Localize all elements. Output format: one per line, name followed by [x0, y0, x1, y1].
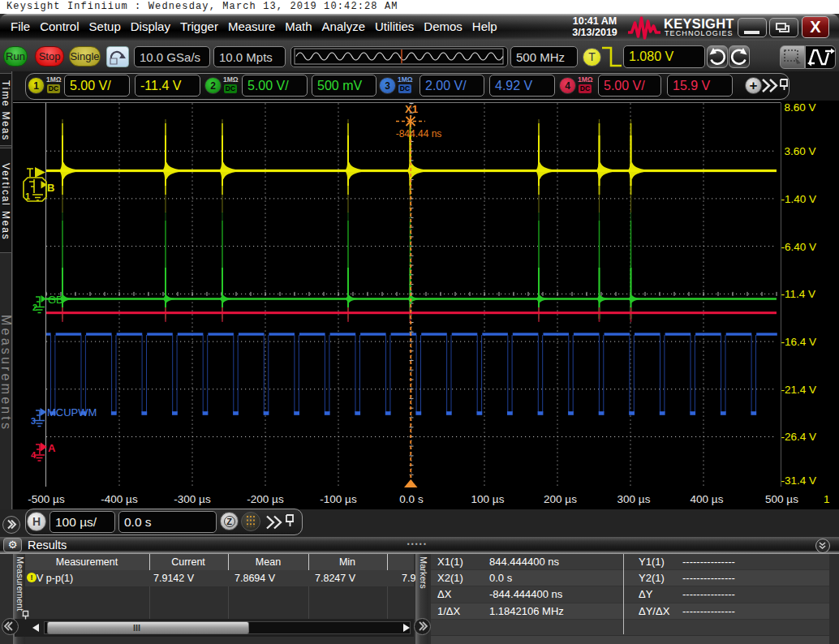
svg-text:MCUPWM: MCUPWM — [47, 406, 97, 419]
svg-text:-16.4 V: -16.4 V — [781, 336, 817, 348]
svg-text:-300 µs: -300 µs — [174, 493, 211, 505]
svg-text:200 µs: 200 µs — [544, 493, 577, 505]
svg-text:-400 µs: -400 µs — [101, 493, 138, 505]
svg-text:400 µs: 400 µs — [691, 493, 724, 505]
svg-text:-21.4 V: -21.4 V — [781, 384, 817, 396]
svg-text:-26.4 V: -26.4 V — [781, 431, 817, 443]
svg-text:300 µs: 300 µs — [617, 493, 651, 505]
svg-text:8.60 V: 8.60 V — [785, 101, 816, 114]
svg-text:500 µs: 500 µs — [765, 493, 798, 505]
svg-text:-31.4 V: -31.4 V — [781, 474, 817, 487]
svg-text:-200 µs: -200 µs — [247, 493, 284, 505]
svg-text:4: 4 — [31, 450, 37, 460]
svg-text:0.0 s: 0.0 s — [399, 493, 424, 505]
svg-text:-844.44 ns: -844.44 ns — [396, 128, 442, 140]
svg-text:-100 µs: -100 µs — [320, 493, 357, 505]
svg-text:100 µs: 100 µs — [471, 493, 505, 505]
svg-text:-500 µs: -500 µs — [28, 493, 65, 505]
svg-text:3.60 V: 3.60 V — [785, 145, 816, 157]
svg-text:3: 3 — [31, 416, 36, 426]
svg-text:1: 1 — [25, 191, 30, 201]
svg-text:-6.40 V: -6.40 V — [781, 241, 817, 253]
svg-text:1: 1 — [824, 493, 830, 505]
svg-text:X1: X1 — [405, 103, 418, 115]
svg-text:GD: GD — [48, 294, 64, 306]
svg-text:B: B — [47, 182, 54, 194]
svg-text:A: A — [48, 442, 56, 454]
svg-text:2: 2 — [32, 303, 37, 312]
svg-text:-11.4 V: -11.4 V — [781, 288, 816, 300]
svg-text:-1.40 V: -1.40 V — [781, 193, 817, 205]
